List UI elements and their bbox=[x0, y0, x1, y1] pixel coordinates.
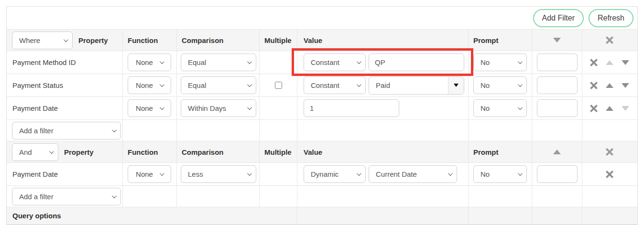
property-label: Payment Date bbox=[7, 97, 123, 119]
order-input[interactable] bbox=[537, 165, 578, 183]
delete-row-icon[interactable] bbox=[590, 59, 598, 66]
function-cell: None bbox=[123, 51, 177, 74]
chevron-down-icon bbox=[112, 128, 117, 132]
value-type-select-value: Dynamic bbox=[311, 170, 338, 178]
delete-row-icon[interactable] bbox=[590, 82, 598, 89]
add-a-filter-select[interactable]: Add a filter bbox=[12, 122, 121, 139]
dynamic-value-select[interactable]: Current Date bbox=[369, 165, 457, 183]
column-header-prompt: Prompt bbox=[469, 141, 532, 162]
chevron-down-icon bbox=[247, 82, 252, 87]
value-combobox[interactable]: Paid bbox=[369, 76, 464, 95]
chevron-down-icon bbox=[357, 59, 361, 64]
order-input[interactable] bbox=[537, 76, 578, 94]
comparison-cell: Within Days bbox=[177, 97, 260, 119]
function-select[interactable]: None bbox=[128, 99, 171, 117]
chevron-down-icon bbox=[49, 149, 54, 154]
function-select-value: None bbox=[136, 104, 153, 112]
add-filter-button[interactable]: Add Filter bbox=[533, 9, 584, 27]
empty-cell bbox=[532, 207, 582, 224]
move-up-icon[interactable] bbox=[606, 106, 613, 111]
function-select[interactable]: None bbox=[128, 165, 171, 183]
multiple-cell bbox=[260, 163, 297, 185]
value-cell: Constant Paid bbox=[297, 74, 469, 96]
comparison-select-value: Equal bbox=[188, 81, 206, 89]
prompt-select-value: No bbox=[480, 81, 490, 89]
prompt-select[interactable]: No bbox=[473, 99, 527, 117]
add-a-filter-value: Add a filter bbox=[19, 193, 54, 201]
multiple-cell bbox=[260, 97, 297, 119]
empty-cell bbox=[297, 120, 469, 141]
multiple-cell bbox=[260, 51, 297, 74]
prompt-select[interactable]: No bbox=[473, 54, 527, 71]
combobox-dropdown-button[interactable] bbox=[448, 77, 464, 94]
move-up-icon[interactable] bbox=[606, 83, 613, 88]
section1-delete-all-cell[interactable] bbox=[582, 30, 637, 51]
section1-collapse-cell[interactable] bbox=[532, 30, 582, 51]
value-type-select[interactable]: Constant bbox=[304, 54, 366, 71]
order-input[interactable] bbox=[537, 54, 578, 71]
query-options-row[interactable]: Query options bbox=[7, 207, 637, 225]
move-down-icon[interactable] bbox=[622, 83, 629, 88]
chevron-down-icon bbox=[160, 82, 164, 87]
value-input[interactable] bbox=[369, 54, 464, 71]
row-actions-cell bbox=[582, 51, 637, 74]
dropdown-arrow-icon bbox=[454, 84, 458, 87]
filter-row-payment-date: Payment Date None Within Days No bbox=[7, 97, 637, 120]
value-type-select-value: Constant bbox=[311, 81, 339, 89]
multiple-cell bbox=[260, 74, 297, 96]
empty-cell bbox=[532, 186, 582, 207]
comparison-select[interactable]: Less bbox=[181, 165, 256, 183]
prompt-cell: No bbox=[469, 97, 532, 119]
value-input[interactable] bbox=[304, 99, 399, 117]
order-input[interactable] bbox=[537, 99, 578, 117]
column-header-multiple: Multiple bbox=[260, 30, 297, 51]
column-header-value: Value bbox=[297, 30, 469, 51]
move-down-icon[interactable] bbox=[622, 60, 629, 65]
value-type-select[interactable]: Dynamic bbox=[304, 165, 366, 183]
column-header-function: Function bbox=[123, 30, 177, 51]
section2-add-filter-row: Add a filter bbox=[7, 186, 637, 207]
delete-row-icon[interactable] bbox=[606, 171, 613, 178]
delete-row-icon[interactable] bbox=[590, 105, 598, 112]
prompt-select[interactable]: No bbox=[473, 165, 527, 183]
refresh-button[interactable]: Refresh bbox=[589, 9, 633, 27]
section2-collapse-cell[interactable] bbox=[532, 141, 582, 162]
order-cell bbox=[532, 163, 582, 185]
function-select[interactable]: None bbox=[128, 76, 171, 94]
comparison-select[interactable]: Equal bbox=[181, 54, 256, 71]
connector-select-where[interactable]: Where bbox=[12, 32, 73, 49]
section1-connector-cell: Where Property bbox=[7, 30, 123, 51]
multiple-checkbox[interactable] bbox=[275, 82, 282, 89]
empty-cell bbox=[177, 120, 260, 141]
add-a-filter-select[interactable]: Add a filter bbox=[12, 188, 121, 205]
empty-cell bbox=[469, 186, 532, 207]
function-select[interactable]: None bbox=[128, 54, 171, 71]
section1-header-row: Where Property Function Comparison Multi… bbox=[7, 30, 637, 51]
value-type-select[interactable]: Constant bbox=[304, 76, 366, 94]
order-cell bbox=[532, 51, 582, 74]
section2-delete-all-cell[interactable] bbox=[582, 141, 637, 162]
add-filter-cell: Add a filter bbox=[7, 120, 123, 141]
empty-cell bbox=[582, 186, 637, 207]
prompt-select[interactable]: No bbox=[473, 76, 527, 94]
order-cell bbox=[532, 97, 582, 119]
delete-all-icon bbox=[606, 148, 613, 156]
property-label: Payment Status bbox=[7, 74, 123, 96]
prompt-cell: No bbox=[469, 51, 532, 74]
dynamic-value-select-value: Current Date bbox=[376, 170, 417, 178]
comparison-select[interactable]: Within Days bbox=[181, 99, 256, 117]
comparison-cell: Equal bbox=[177, 51, 260, 74]
empty-cell bbox=[123, 120, 177, 141]
column-header-value: Value bbox=[297, 141, 469, 162]
connector-select-value: Where bbox=[19, 36, 40, 44]
section1-add-filter-row: Add a filter bbox=[7, 120, 637, 141]
chevron-down-icon bbox=[160, 105, 164, 110]
comparison-select-value: Equal bbox=[188, 58, 206, 66]
connector-select-and[interactable]: And bbox=[12, 143, 58, 161]
comparison-select[interactable]: Equal bbox=[181, 76, 256, 94]
filter-row-payment-date-less: Payment Date None Less Dynamic bbox=[7, 163, 637, 186]
function-select-value: None bbox=[136, 81, 153, 89]
row-actions-cell bbox=[582, 97, 637, 119]
section2-connector-cell: And Property bbox=[7, 141, 123, 162]
value-cell bbox=[297, 97, 469, 119]
